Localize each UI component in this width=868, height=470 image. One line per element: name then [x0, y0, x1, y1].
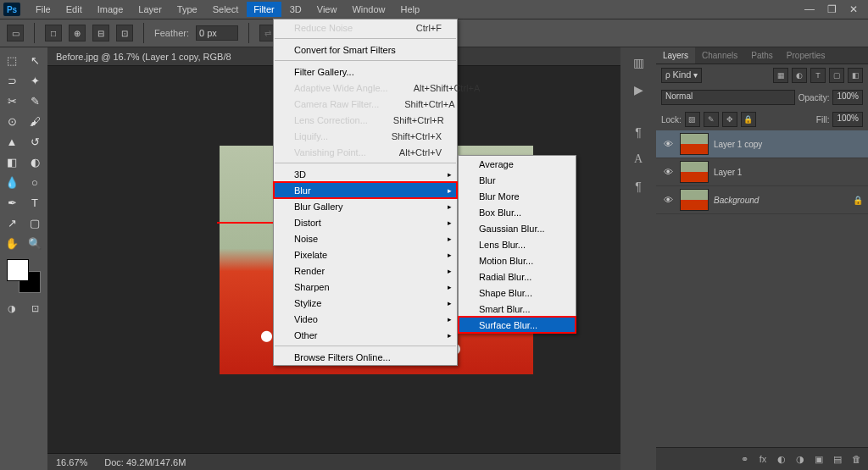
sel-sub-icon[interactable]: ⊟	[92, 25, 109, 41]
mi-distort[interactable]: Distort	[274, 214, 457, 230]
eraser-tool-icon[interactable]: ◧	[2, 152, 22, 171]
dodge-tool-icon[interactable]: ○	[25, 173, 45, 191]
maximize-icon[interactable]: ❐	[824, 3, 839, 15]
menu-window[interactable]: Window	[345, 2, 392, 17]
actions-panel-icon[interactable]: ▶	[626, 80, 650, 100]
close-icon[interactable]: ✕	[846, 3, 861, 15]
new-layer-icon[interactable]: ▤	[829, 451, 846, 467]
lock-trans-icon[interactable]: ▨	[685, 112, 700, 127]
history-tool-icon[interactable]: ↺	[25, 132, 45, 151]
glyph-panel-icon[interactable]: ¶	[626, 176, 650, 196]
quickmask-icon[interactable]: ◑	[2, 300, 22, 317]
mi-reduce-noise[interactable]: Reduce NoiseCtrl+F	[274, 19, 457, 36]
heal-tool-icon[interactable]: ⊙	[2, 112, 22, 130]
visibility-icon[interactable]: 👁	[661, 167, 675, 177]
mi-lens-blur[interactable]: Lens Blur...	[459, 236, 576, 252]
layer-thumb[interactable]	[680, 189, 709, 211]
menu-file[interactable]: File	[29, 2, 58, 17]
layer-thumb[interactable]	[680, 133, 709, 155]
mi-filter-gallery[interactable]: Filter Gallery...	[274, 64, 457, 80]
history-panel-icon[interactable]: ▥	[626, 53, 650, 73]
filter-kind-select[interactable]: ρ Kind ▾	[661, 68, 702, 83]
filter-shape-icon[interactable]: ▢	[829, 68, 844, 83]
mi-camera-raw[interactable]: Camera Raw Filter...Shift+Ctrl+A	[274, 96, 457, 112]
crop-tool-icon[interactable]: ✂	[2, 91, 22, 110]
group-icon[interactable]: ▣	[810, 451, 827, 467]
opacity-input[interactable]: 100%	[832, 90, 863, 105]
mi-liquify[interactable]: Liquify...Shift+Ctrl+X	[274, 128, 457, 144]
mi-surface[interactable]: Surface Blur...	[459, 317, 576, 333]
mi-blur-simple[interactable]: Blur	[459, 172, 576, 188]
mi-video[interactable]: Video	[274, 311, 457, 327]
mi-noise[interactable]: Noise	[274, 230, 457, 246]
zoom-level[interactable]: 16.67%	[56, 457, 87, 467]
mi-blur-more[interactable]: Blur More	[459, 188, 576, 204]
menu-filter[interactable]: Filter	[247, 2, 281, 17]
mi-gaussian[interactable]: Gaussian Blur...	[459, 220, 576, 236]
screenmode-icon[interactable]: ⊡	[25, 300, 45, 317]
filter-adjust-icon[interactable]: ◐	[792, 68, 807, 83]
mi-box-blur[interactable]: Box Blur...	[459, 204, 576, 220]
mi-vanish[interactable]: Vanishing Point...Alt+Ctrl+V	[274, 144, 457, 160]
move-tool-icon[interactable]: ↖	[25, 51, 45, 69]
lock-paint-icon[interactable]: ✎	[704, 112, 719, 127]
mi-3d[interactable]: 3D	[274, 166, 457, 182]
mi-adaptive[interactable]: Adaptive Wide Angle...Alt+Shift+Ctrl+A	[274, 80, 457, 96]
mask-icon[interactable]: ◐	[773, 451, 790, 467]
layer-name[interactable]: Background	[714, 196, 848, 205]
fill-input[interactable]: 100%	[832, 112, 863, 127]
fx-icon[interactable]: fx	[754, 451, 771, 467]
sel-add-icon[interactable]: ⊕	[69, 25, 86, 41]
lock-pos-icon[interactable]: ✥	[722, 112, 737, 127]
blur-tool-icon[interactable]: 💧	[2, 173, 22, 191]
visibility-icon[interactable]: 👁	[661, 139, 675, 149]
menu-image[interactable]: Image	[91, 2, 131, 17]
menu-help[interactable]: Help	[394, 2, 427, 17]
mi-average[interactable]: Average	[459, 156, 576, 172]
mi-shape[interactable]: Shape Blur...	[459, 285, 576, 301]
color-swatches[interactable]	[7, 259, 41, 293]
shape-tool-icon[interactable]: ▢	[25, 213, 45, 232]
adjust-icon[interactable]: ◑	[792, 451, 809, 467]
blend-mode-select[interactable]: Normal	[661, 90, 795, 105]
visibility-icon[interactable]: 👁	[661, 195, 675, 205]
menu-3d[interactable]: 3D	[283, 2, 309, 17]
pen-tool-icon[interactable]: ✒	[2, 193, 22, 212]
trash-icon[interactable]: 🗑	[848, 451, 865, 467]
stamp-tool-icon[interactable]: ▲	[2, 132, 22, 151]
feather-input[interactable]	[196, 25, 238, 41]
tool-preset-icon[interactable]: ▭	[7, 25, 24, 41]
layer-name[interactable]: Layer 1 copy	[714, 140, 863, 149]
menu-view[interactable]: View	[310, 2, 344, 17]
lasso-tool-icon[interactable]: ⊃	[2, 71, 22, 90]
link-icon[interactable]: ⚭	[736, 451, 753, 467]
mi-radial[interactable]: Radial Blur...	[459, 268, 576, 285]
mi-smart[interactable]: Smart Blur...	[459, 301, 576, 317]
mi-convert-smart[interactable]: Convert for Smart Filters	[274, 41, 457, 58]
menu-type[interactable]: Type	[170, 2, 204, 17]
eyedrop-tool-icon[interactable]: ✎	[25, 91, 45, 110]
mi-browse[interactable]: Browse Filters Online...	[274, 349, 457, 365]
tab-properties[interactable]: Properties	[780, 47, 832, 64]
wand-tool-icon[interactable]: ✦	[25, 71, 45, 90]
brush-tool-icon[interactable]: 🖌	[25, 112, 45, 130]
sel-new-icon[interactable]: □	[45, 25, 62, 41]
tab-paths[interactable]: Paths	[744, 47, 780, 64]
mi-render[interactable]: Render	[274, 263, 457, 279]
mi-blur[interactable]: Blur	[274, 182, 457, 198]
tab-layers[interactable]: Layers	[656, 47, 695, 64]
layer-row[interactable]: 👁 Background 🔒	[656, 186, 868, 214]
path-tool-icon[interactable]: ↗	[2, 213, 22, 232]
marquee-tool-icon[interactable]: ⬚	[2, 51, 22, 69]
menu-edit[interactable]: Edit	[59, 2, 89, 17]
mi-lens[interactable]: Lens Correction...Shift+Ctrl+R	[274, 112, 457, 128]
menu-select[interactable]: Select	[206, 2, 246, 17]
mi-stylize[interactable]: Stylize	[274, 295, 457, 311]
hand-tool-icon[interactable]: ✋	[2, 234, 22, 252]
layer-row[interactable]: 👁 Layer 1	[656, 158, 868, 186]
zoom-tool-icon[interactable]: 🔍	[25, 234, 45, 252]
mi-pixelate[interactable]: Pixelate	[274, 246, 457, 263]
tab-channels[interactable]: Channels	[695, 47, 744, 64]
layer-name[interactable]: Layer 1	[714, 168, 863, 177]
layer-row[interactable]: 👁 Layer 1 copy	[656, 130, 868, 158]
